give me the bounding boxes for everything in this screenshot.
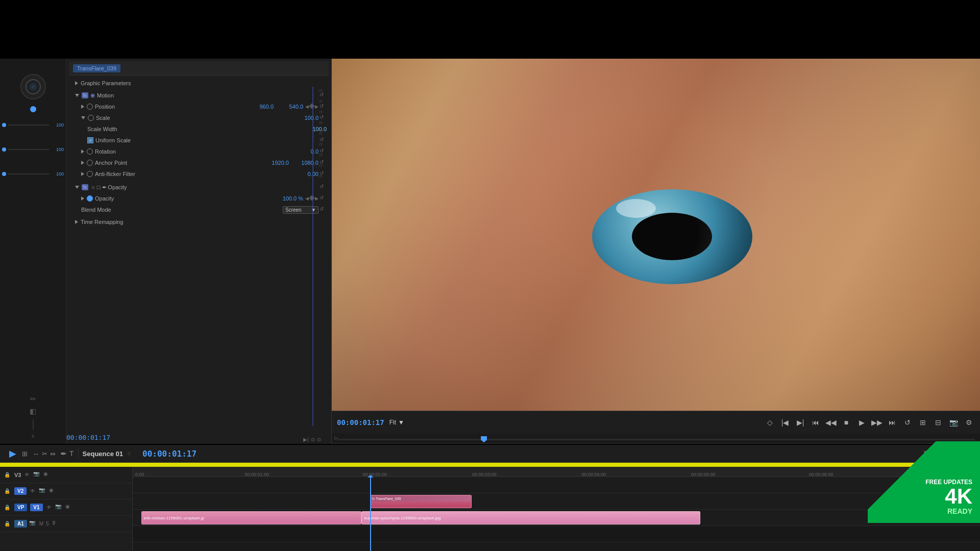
opacity-prev[interactable]: ◀ xyxy=(305,196,309,201)
v1-eye-icon[interactable]: 👁 xyxy=(45,504,53,512)
graphic-params-row[interactable]: Graphic Parameters xyxy=(69,78,329,89)
step-forward-frame-btn[interactable]: ▶| xyxy=(794,416,806,429)
playhead[interactable] xyxy=(370,477,371,551)
v3-eye-icon[interactable]: 👁 xyxy=(23,471,31,479)
position-x[interactable]: 960.0 xyxy=(248,104,274,110)
ruler-playhead[interactable] xyxy=(481,436,487,442)
opacity-value-reset[interactable]: ↺ xyxy=(320,195,327,202)
a1-camera-icon[interactable]: 📷 xyxy=(29,520,37,528)
slider-3[interactable]: 100 xyxy=(0,170,66,178)
slip-tool[interactable]: ⇔ xyxy=(50,450,56,458)
play-end-btn[interactable]: ⏭ xyxy=(886,416,898,429)
seq-play-btn[interactable]: ▶ xyxy=(9,448,16,459)
erik-clip[interactable]: erik-mclean-1156091-unsplash.jp xyxy=(141,511,362,524)
anchor-point-row[interactable]: Anchor Point 1920.0 1080.0 ↺ xyxy=(69,157,329,168)
panel-home-btn[interactable]: ⊙ xyxy=(317,437,321,442)
scale-width-row[interactable]: Scale Width 100.0 xyxy=(69,123,329,135)
scale-value[interactable]: 100.0 xyxy=(293,115,318,121)
blend-mode-row[interactable]: Blend Mode Screen ▼ ↺ xyxy=(69,204,329,215)
v2-camera-icon[interactable]: 📷 xyxy=(39,487,47,495)
eugenia-clip[interactable]: eugenia-vysochyna-1155800-unsplash.jpg xyxy=(361,511,700,524)
opacity-reset[interactable]: ↺ xyxy=(320,184,327,191)
panel-end-btn[interactable]: ⊙ xyxy=(311,437,315,442)
rotation-row[interactable]: Rotation 0.0 ↺ xyxy=(69,146,329,157)
a1-label-btn[interactable]: A1 xyxy=(14,520,27,528)
blend-reset[interactable]: ↺ xyxy=(320,206,327,213)
position-row[interactable]: Position 960.0 540.0 ◀ ▶ ↺ xyxy=(69,101,329,112)
v2-solo-icon[interactable]: ◉ xyxy=(49,487,57,495)
ripple-tool[interactable]: ↔ xyxy=(33,450,39,458)
pen-shape-icon[interactable]: ✒ xyxy=(102,184,107,191)
position-kf-diamond[interactable] xyxy=(309,103,314,109)
a1-mic-icon[interactable]: 🎙 xyxy=(51,520,59,528)
scroll-up-btn[interactable]: ⟳ xyxy=(317,87,325,95)
v3-camera-icon[interactable]: 📷 xyxy=(33,471,41,479)
type-tool[interactable]: T xyxy=(69,449,74,458)
anchor-x[interactable]: 1920.0 xyxy=(263,160,289,166)
seq-menu-icon[interactable]: ≡ xyxy=(127,450,131,457)
opacity-pct[interactable]: 100.0 % xyxy=(278,195,303,202)
reset-btn-5[interactable]: ⟳ xyxy=(317,140,325,148)
slider-1[interactable]: 100 xyxy=(0,121,66,129)
scale-row[interactable]: Scale 100.0 ↺ xyxy=(69,112,329,123)
play-btn[interactable]: ▶ xyxy=(855,416,868,429)
razor-tool[interactable]: ✂ xyxy=(42,450,47,458)
antiflicker-value[interactable]: 0.00 xyxy=(293,171,318,177)
reset-btn-4[interactable]: ⟳ xyxy=(317,130,325,138)
slider-1-thumb[interactable] xyxy=(2,123,6,127)
reset-btn-2[interactable]: ⟳ xyxy=(317,108,325,116)
circle-shape-icon[interactable]: ○ xyxy=(91,184,95,190)
fit-selector[interactable]: Fit ▼ xyxy=(389,419,404,426)
settings-btn[interactable]: ⚙ xyxy=(963,416,975,429)
safe-margins-btn[interactable]: ⊞ xyxy=(917,416,929,429)
loop-btn[interactable]: ↺ xyxy=(901,416,914,429)
v1-label-btn[interactable]: V1 xyxy=(30,504,42,511)
a1-s-btn[interactable]: S xyxy=(45,521,49,527)
panel-play-btn[interactable]: ▶| xyxy=(303,437,309,442)
v1-solo-icon[interactable]: ◉ xyxy=(65,504,74,512)
slider-3-thumb[interactable] xyxy=(2,172,6,176)
opacity-value-row[interactable]: Opacity 100.0 % ◀ ▶ ↺ xyxy=(69,193,329,204)
reset-btn-6[interactable]: ⟳ xyxy=(317,151,325,159)
uniform-scale-row[interactable]: ✓ Uniform Scale ↺ xyxy=(69,135,329,146)
step-back-btn[interactable]: ◀◀ xyxy=(825,416,837,429)
opacity-kf-diamond[interactable] xyxy=(309,195,314,201)
v2-label-btn[interactable]: V2 xyxy=(14,487,27,495)
step-back-frame-btn[interactable]: |◀ xyxy=(779,416,791,429)
preview-timecode[interactable]: 00:00:01:17 xyxy=(337,418,384,427)
step-fwd-btn[interactable]: ▶▶ xyxy=(871,416,883,429)
position-prev[interactable]: ◀ xyxy=(305,104,309,109)
antiflicker-row[interactable]: Anti-flicker Filter 0.00 ↺ xyxy=(69,168,329,180)
a1-m-btn[interactable]: M xyxy=(39,521,43,527)
motion-row[interactable]: fx ⊕ Motion ↺ xyxy=(69,90,329,101)
v3-solo-icon[interactable]: ◉ xyxy=(43,471,52,479)
anchor-y[interactable]: 1080.0 xyxy=(293,160,318,166)
reset-btn-3[interactable]: ⟳ xyxy=(317,119,325,127)
opacity-next[interactable]: ▶ xyxy=(315,196,318,201)
slider-2[interactable]: 100 xyxy=(0,146,66,153)
opacity-header-row[interactable]: fx ○ □ ✒ Opacity ↺ xyxy=(69,182,329,193)
pen-tool[interactable]: ✒ xyxy=(60,449,67,459)
transflare-clip[interactable]: fx TransFlare_039 xyxy=(370,495,472,508)
output-settings-btn[interactable]: ⊟ xyxy=(932,416,944,429)
uniform-scale-checkbox[interactable]: ✓ xyxy=(87,137,93,143)
eraser-tool-icon[interactable]: ◧ xyxy=(30,407,36,415)
stop-btn[interactable]: ■ xyxy=(840,416,852,429)
pen-tool-icon[interactable]: ✏ xyxy=(30,395,36,403)
track-select-tool[interactable]: ⊞ xyxy=(19,448,30,459)
export-frame-btn[interactable]: 📷 xyxy=(947,416,960,429)
v1-camera-icon[interactable]: 📷 xyxy=(55,504,63,512)
v2-eye-icon[interactable]: 👁 xyxy=(29,487,37,495)
sequence-timecode[interactable]: 00:00:01:17 xyxy=(142,449,197,459)
reset-btn-8[interactable]: ⟳ xyxy=(317,172,325,181)
rect-shape-icon[interactable]: □ xyxy=(97,184,101,190)
reset-btn-1[interactable]: ⟳ xyxy=(317,97,325,106)
rotation-value[interactable]: 0.0 xyxy=(293,148,318,155)
vp1-btn[interactable]: VP xyxy=(14,504,27,511)
play-back-btn[interactable]: ⏮ xyxy=(810,416,822,429)
time-remapping-row[interactable]: Time Remapping xyxy=(69,216,329,228)
reset-btn-7[interactable]: ⟳ xyxy=(317,162,325,170)
position-y[interactable]: 540.0 xyxy=(278,104,303,110)
slider-2-thumb[interactable] xyxy=(2,147,6,152)
add-marker-btn[interactable]: ◇ xyxy=(764,416,776,429)
